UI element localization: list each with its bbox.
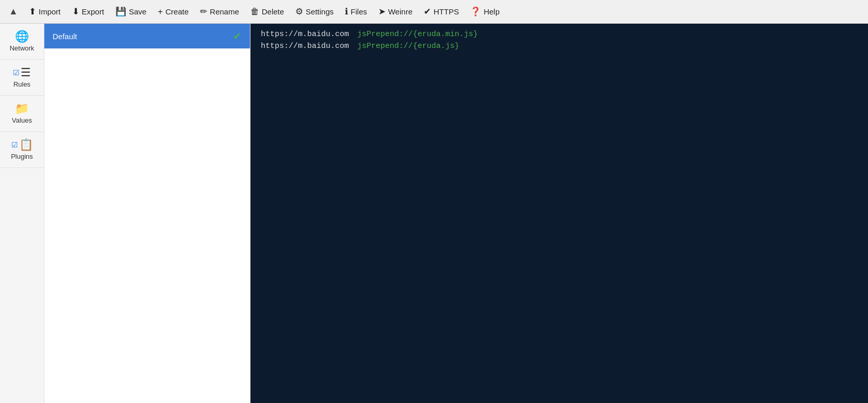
weinre-icon: ➤: [378, 6, 386, 17]
code-url-2: https://m.baidu.com: [261, 42, 349, 51]
collapse-button[interactable]: ▲: [4, 3, 23, 21]
code-line-1: https://m.baidu.com jsPrepend://{eruda.m…: [261, 30, 858, 39]
sidebar: 🌐 Network ☑ ☰ Rules 📁 Values ☑ 📋 Plugins: [0, 24, 44, 403]
sidebar-item-values[interactable]: 📁 Values: [0, 96, 44, 132]
values-label: Values: [12, 116, 32, 124]
settings-label: Settings: [306, 7, 333, 16]
main-area: 🌐 Network ☑ ☰ Rules 📁 Values ☑ 📋 Plugins…: [0, 24, 868, 403]
toolbar: ▲ ⬆ Import ⬇ Export 💾 Save + Create ✏ Re…: [0, 0, 868, 24]
create-button[interactable]: + Create: [153, 4, 194, 20]
settings-icon: ⚙: [295, 6, 303, 17]
save-label: Save: [129, 7, 146, 16]
save-button[interactable]: 💾 Save: [110, 3, 152, 20]
code-url-1: https://m.baidu.com: [261, 30, 349, 39]
import-icon: ⬆: [29, 6, 36, 17]
rules-icon: ☰: [21, 67, 31, 78]
rename-button[interactable]: ✏ Rename: [195, 3, 244, 20]
weinre-button[interactable]: ➤ Weinre: [373, 3, 418, 20]
plugins-icon: 📋: [19, 139, 33, 150]
https-label: HTTPS: [433, 7, 459, 16]
save-icon: 💾: [115, 6, 126, 17]
profile-check-icon: ✔: [233, 30, 242, 42]
https-icon: ✔: [424, 6, 431, 17]
export-label: Export: [82, 7, 104, 16]
create-icon: +: [158, 7, 163, 17]
export-button[interactable]: ⬇ Export: [67, 3, 109, 20]
export-icon: ⬇: [72, 6, 79, 17]
files-icon: ℹ: [345, 6, 348, 17]
files-label: Files: [350, 7, 367, 16]
import-button[interactable]: ⬆ Import: [24, 3, 66, 20]
plugins-label: Plugins: [11, 153, 33, 160]
sidebar-item-plugins[interactable]: ☑ 📋 Plugins: [0, 132, 44, 168]
code-line-2: https://m.baidu.com jsPrepend://{eruda.j…: [261, 42, 858, 51]
import-label: Import: [39, 7, 61, 16]
create-label: Create: [165, 7, 189, 16]
https-button[interactable]: ✔ HTTPS: [419, 3, 464, 20]
network-icon: 🌐: [15, 31, 29, 42]
content-area: https://m.baidu.com jsPrepend://{eruda.m…: [251, 24, 868, 403]
rules-label: Rules: [13, 80, 30, 88]
plugins-check-icon: ☑: [11, 141, 18, 149]
code-rule-1: jsPrepend://{eruda.min.js}: [357, 30, 478, 39]
help-icon: ❓: [470, 6, 481, 17]
profile-panel: Default ✔: [44, 24, 251, 403]
sidebar-item-network[interactable]: 🌐 Network: [0, 24, 44, 60]
delete-button[interactable]: 🗑 Delete: [245, 4, 289, 20]
delete-icon: 🗑: [251, 7, 259, 17]
rename-icon: ✏: [200, 6, 207, 17]
help-label: Help: [483, 7, 499, 16]
sidebar-item-rules[interactable]: ☑ ☰ Rules: [0, 60, 44, 96]
network-label: Network: [10, 44, 35, 52]
delete-label: Delete: [262, 7, 284, 16]
rules-check-icon: ☑: [13, 69, 20, 77]
rename-label: Rename: [210, 7, 239, 16]
help-button[interactable]: ❓ Help: [465, 3, 505, 20]
profile-item-default[interactable]: Default ✔: [44, 24, 250, 48]
code-rule-2: jsPrepend://{eruda.js}: [357, 42, 459, 51]
values-icon: 📁: [15, 103, 29, 114]
weinre-label: Weinre: [388, 7, 412, 16]
files-button[interactable]: ℹ Files: [340, 3, 372, 20]
settings-button[interactable]: ⚙ Settings: [290, 3, 339, 20]
profile-default-label: Default: [53, 32, 233, 41]
